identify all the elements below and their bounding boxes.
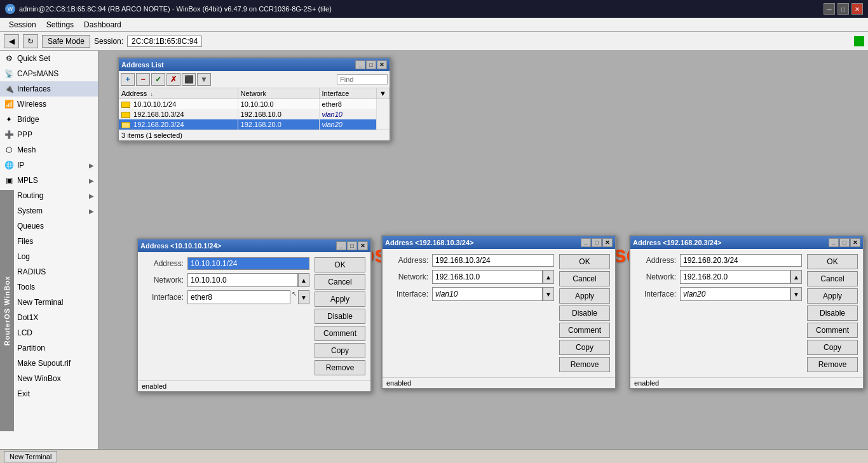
dialog2-interface-arrow[interactable]: ▼ [543,287,554,301]
dialog2-ok-button[interactable]: OK [559,254,610,269]
dialog3-ok-button[interactable]: OK [807,254,858,269]
sidebar-item-wireless[interactable]: 📶 Wireless [0,97,98,112]
dialog1-network-arrow[interactable]: ▲ [298,273,309,287]
address-list-title-bar[interactable]: Address List _ □ ✕ [119,58,390,71]
sidebar-item-ppp[interactable]: ➕ PPP [0,127,98,142]
dialog1-remove-button[interactable]: Remove [315,360,365,375]
refresh-button[interactable]: ↻ [23,34,38,48]
dialog2-remove-button[interactable]: Remove [559,357,610,372]
dialog2-network-arrow[interactable]: ▲ [543,270,554,284]
dialog3-address-input[interactable] [680,254,802,267]
dialog3-close-btn[interactable]: ✕ [850,238,860,247]
dialog3-minimize-btn[interactable]: _ [829,238,839,247]
dialog1-interface-input[interactable] [187,290,290,304]
enable-address-button[interactable]: ✓ [151,73,165,86]
windows-item[interactable]: New Terminal [4,451,57,462]
dialog2-cancel-button[interactable]: Cancel [559,271,610,286]
sidebar-item-system[interactable]: ⚙ System ▶ [0,203,98,218]
sidebar-item-log[interactable]: 📋 Log [0,249,98,264]
dialog2-close-btn[interactable]: ✕ [602,238,613,247]
table-row[interactable]: 192.168.10.3/24 192.168.10.0 vlan10 [119,109,390,119]
dialog3-title-bar[interactable]: Address <192.168.20.3/24> _ □ ✕ [630,236,863,249]
dialog2-copy-button[interactable]: Copy [559,340,610,355]
safe-mode-button[interactable]: Safe Mode [42,35,90,48]
address-find-input[interactable] [337,74,388,84]
address-list-close-btn[interactable]: ✕ [377,60,387,69]
table-row[interactable]: 10.10.10.1/24 10.10.10.0 ether8 [119,99,390,110]
sidebar-item-routing[interactable]: ⇄ Routing ▶ [0,188,98,203]
sidebar-item-interfaces[interactable]: 🔌 Interfaces [0,81,98,97]
dialog1-interface-arrow[interactable]: ▼ [298,290,309,304]
dialog1-ok-button[interactable]: OK [315,257,365,272]
dialog1-cancel-button[interactable]: Cancel [315,274,365,290]
dialog3-cancel-button[interactable]: Cancel [807,271,858,286]
dialog2-network-input[interactable] [432,270,543,284]
dialog2-disable-button[interactable]: Disable [559,305,610,321]
sidebar-item-mpls[interactable]: ▣ MPLS ▶ [0,173,98,188]
dialog3-interface-input[interactable] [680,287,790,301]
dialog2-minimize-btn[interactable]: _ [581,238,591,247]
menu-dashboard[interactable]: Dashboard [79,19,126,30]
menu-session[interactable]: Session [4,19,41,30]
menu-settings[interactable]: Settings [41,19,79,30]
minimize-button[interactable]: ─ [824,3,835,15]
back-button[interactable]: ◀ [4,34,19,48]
close-button[interactable]: ✕ [851,3,863,15]
sidebar-item-queues[interactable]: ≡ Queues [0,218,98,234]
dialog1-apply-button[interactable]: Apply [315,292,365,307]
dialog3-remove-button[interactable]: Remove [807,357,858,372]
add-address-button[interactable]: + [121,73,135,86]
col-expand[interactable]: ▼ [377,88,390,99]
sidebar-item-new-terminal[interactable]: ▶ New Terminal [0,295,98,310]
sidebar-item-files[interactable]: 📁 Files [0,234,98,249]
dialog2-apply-button[interactable]: Apply [559,288,610,304]
col-network[interactable]: Network [238,88,319,99]
dialog1-title-bar[interactable]: Address <10.10.10.1/24> _ □ ✕ [138,239,370,252]
dialog3-network-arrow[interactable]: ▲ [790,270,802,284]
dialog2-title-bar[interactable]: Address <192.168.10.3/24> _ □ ✕ [383,236,615,249]
address-list-minimize-btn[interactable]: _ [355,60,365,69]
sidebar-item-exit[interactable]: 🚪 Exit [0,386,98,401]
filter-address-button[interactable]: ▼ [197,73,211,86]
dialog1-minimize-btn[interactable]: _ [336,241,346,250]
sidebar-item-radius[interactable]: 👤 RADIUS [0,264,98,279]
dialog2-comment-button[interactable]: Comment [559,323,610,338]
sidebar-item-mesh[interactable]: ⬡ Mesh [0,142,98,158]
sidebar-item-partition[interactable]: 💾 Partition [0,340,98,356]
dialog1-comment-button[interactable]: Comment [315,326,365,341]
dialog3-disable-button[interactable]: Disable [807,305,858,321]
remove-address-button[interactable]: − [136,73,150,86]
dialog1-close-btn[interactable]: ✕ [358,241,368,250]
sidebar-item-ip[interactable]: 🌐 IP ▶ [0,158,98,173]
maximize-button[interactable]: □ [837,3,849,15]
sidebar-item-quick-set[interactable]: ⚙ Quick Set [0,51,98,66]
dialog1-copy-button[interactable]: Copy [315,343,365,358]
dialog3-interface-arrow[interactable]: ▼ [790,287,802,301]
address-list-maximize-btn[interactable]: □ [366,60,376,69]
copy-address-button[interactable]: ⬛ [182,73,196,86]
col-address[interactable]: Address ↓ [119,88,238,99]
sidebar-item-dot1x[interactable]: 🔒 Dot1X [0,310,98,325]
sidebar-item-make-supout[interactable]: 📤 Make Supout.rif [0,356,98,371]
dialog3-apply-button[interactable]: Apply [807,288,858,304]
dialog2-address-input[interactable] [432,254,554,267]
col-interface[interactable]: Interface [319,88,377,99]
sidebar-item-new-winbox[interactable]: 🪟 New WinBox [0,371,98,386]
dialog2-interface-input[interactable] [432,287,543,301]
dialog3-copy-button[interactable]: Copy [807,340,858,355]
dialog2-maximize-btn[interactable]: □ [592,238,602,247]
dialog2-form: Address: Network: ▲ Interface: [388,254,554,372]
table-row-selected[interactable]: 192.168.20.3/24 192.168.20.0 vlan20 [119,119,390,130]
dialog1-maximize-btn[interactable]: □ [347,241,357,250]
dialog3-maximize-btn[interactable]: □ [839,238,850,247]
dialog1-address-input[interactable] [187,257,309,270]
dialog3-network-input[interactable] [680,270,790,284]
dialog3-comment-button[interactable]: Comment [807,323,858,338]
disable-address-button[interactable]: ✗ [166,73,180,86]
dialog1-disable-button[interactable]: Disable [315,309,365,324]
sidebar-item-capsman[interactable]: 📡 CAPsMANS [0,66,98,81]
sidebar-item-lcd[interactable]: 🖥 LCD [0,325,98,340]
dialog1-network-input[interactable] [187,273,298,287]
sidebar-item-tools[interactable]: 🔧 Tools [0,279,98,295]
sidebar-item-bridge[interactable]: ✦ Bridge [0,112,98,127]
